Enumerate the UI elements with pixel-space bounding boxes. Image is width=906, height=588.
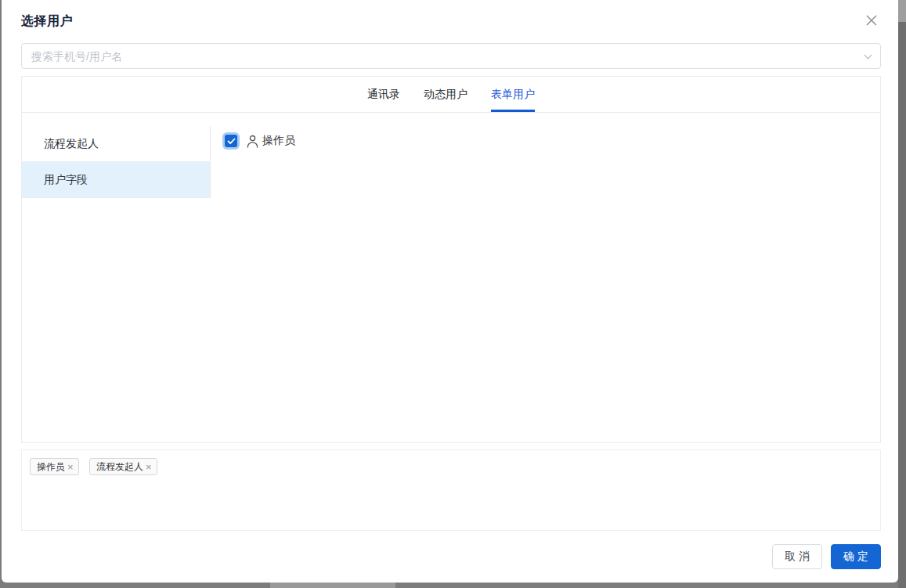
selected-users-box: 操作员 × 流程发起人 ×	[21, 449, 881, 531]
picker-body: 流程发起人 用户字段	[22, 113, 880, 442]
close-icon[interactable]	[864, 13, 879, 28]
search-select	[21, 43, 881, 69]
tab-dynamic-users[interactable]: 动态用户	[424, 77, 467, 112]
tab-bar: 通讯录 动态用户 表单用户	[22, 77, 880, 113]
tag-remove-icon[interactable]: ×	[146, 462, 152, 472]
checkbox-checked[interactable]	[225, 135, 237, 147]
tag-label: 流程发起人	[96, 460, 143, 474]
tab-contacts[interactable]: 通讯录	[367, 77, 400, 112]
tab-form-users[interactable]: 表单用户	[491, 77, 535, 112]
selected-tag-operator: 操作员 ×	[30, 458, 79, 475]
dialog-title: 选择用户	[21, 0, 881, 30]
search-input[interactable]	[21, 43, 881, 69]
selected-tag-process-initiator: 流程发起人 ×	[89, 458, 157, 475]
select-user-dialog: 选择用户 通讯录 动态用户 表单用户	[2, 0, 898, 583]
sidebar-item-process-initiator[interactable]: 流程发起人	[22, 126, 210, 162]
tab-label: 通讯录	[367, 88, 400, 102]
dialog-footer: 取 消 确 定	[21, 544, 881, 569]
user-label: 操作员	[262, 134, 295, 148]
category-sidebar: 流程发起人 用户字段	[22, 113, 211, 442]
person-icon	[247, 135, 258, 148]
list-item-operator[interactable]: 操作员	[222, 132, 880, 150]
scrollbar-thumb[interactable]	[898, 22, 906, 588]
background-page-fragment	[270, 583, 395, 588]
tab-label: 动态用户	[424, 88, 467, 102]
confirm-button[interactable]: 确 定	[831, 544, 881, 569]
cancel-button[interactable]: 取 消	[772, 544, 822, 569]
page-scrollbar[interactable]	[898, 0, 906, 588]
user-list-panel: 操作员	[211, 113, 880, 442]
tab-label: 表单用户	[491, 88, 535, 102]
tag-label: 操作员	[37, 460, 65, 474]
chevron-down-icon[interactable]	[863, 51, 873, 65]
sidebar-item-user-field[interactable]: 用户字段	[22, 162, 210, 198]
tag-remove-icon[interactable]: ×	[67, 462, 74, 472]
user-picker-panel: 通讯录 动态用户 表单用户 流程发起人 用户字段	[21, 76, 881, 443]
